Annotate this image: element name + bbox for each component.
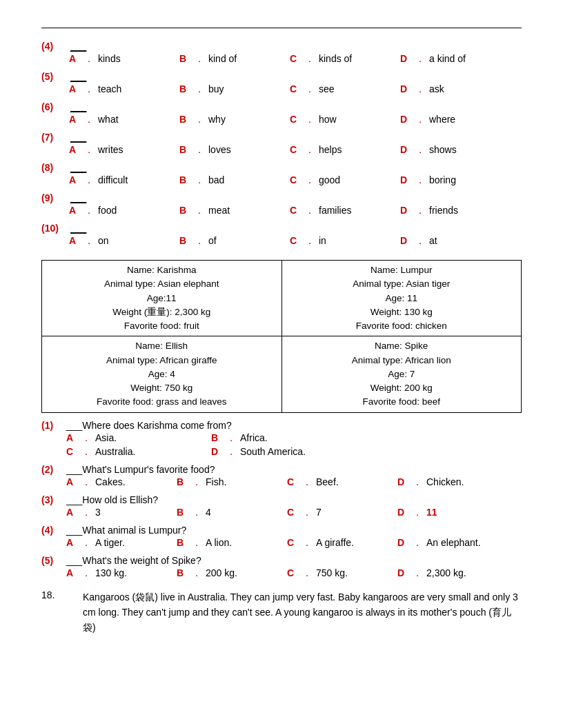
option-8C: C． good — [290, 174, 400, 187]
question-row-5: (5) ___ — [41, 71, 522, 82]
ellish-age: Age: 4 — [148, 369, 175, 379]
option-10B: B． of — [179, 235, 290, 247]
q-blank-6: ___ — [70, 101, 86, 112]
animal-spike: Name: Spike Animal type: African lion Ag… — [282, 336, 522, 412]
read-q-num-4: (4) — [41, 525, 66, 536]
read-opt-text-2B: Fish. — [206, 476, 226, 487]
opt-text-8D: boring — [429, 174, 456, 185]
read-q-3: (3) ___How old is Ellish? — [41, 494, 522, 505]
read-q-2: (2) ___What's Lumpur's favorite food? — [41, 464, 522, 475]
q-blank-5: ___ — [70, 71, 86, 82]
opt-text-7A: writes — [98, 144, 124, 155]
option-7A: A． writes — [69, 144, 179, 156]
opt-text-8A: difficult — [98, 174, 128, 185]
option-8D: D． boring — [400, 174, 511, 187]
q-num-8: (8) — [41, 162, 69, 173]
read-opt-2C: C． Beef. — [287, 476, 397, 489]
karishma-age: Age:11 — [147, 293, 177, 303]
read-options-2: A． Cakes. B． Fish. C． Beef. D． Chicken. — [66, 476, 522, 489]
read-opt-text-5C: 750 kg. — [316, 567, 348, 578]
spike-type: Animal type: African lion — [352, 355, 451, 365]
read-opt-text-2D: Chicken. — [426, 476, 464, 487]
option-4B: B． kind of — [179, 53, 290, 65]
read-opt-1B: B． Africa. — [211, 432, 349, 445]
read-q-text-1: ___Where does Karishma come from? — [66, 420, 232, 431]
option-5B: B． buy — [179, 83, 290, 96]
opt-text-10A: on — [98, 235, 109, 246]
option-5C: C． see — [290, 83, 400, 96]
opt-text-5A: teach — [98, 83, 121, 94]
read-q-num-5: (5) — [41, 555, 66, 566]
q-blank-4: ___ — [70, 41, 86, 52]
read-q-1: (1) ___Where does Karishma come from? — [41, 420, 522, 431]
q-blank-9: ___ — [70, 192, 86, 203]
read-q-text-3: ___How old is Ellish? — [66, 494, 158, 505]
article-section: 18. Kangaroos (袋鼠) live in Australia. Th… — [41, 589, 522, 636]
opt-text-4B: kind of — [208, 53, 237, 64]
reading-section: (1) ___Where does Karishma come from? A．… — [41, 420, 522, 580]
option-4C: C． kinds of — [290, 53, 400, 65]
animal-table: Name: Karishma Animal type: Asian elepha… — [41, 260, 522, 413]
article-number: 18. — [41, 589, 76, 636]
read-opt-1A: A． Asia. — [66, 432, 204, 445]
option-6C: C． how — [290, 114, 400, 126]
option-9B: B． meat — [179, 205, 290, 217]
read-opt-text-5B: 200 kg. — [206, 567, 237, 578]
read-opt-1D: D． South America. — [211, 446, 349, 458]
q-num-10: (10) — [41, 223, 69, 234]
question-row-9: (9) ___ — [41, 192, 522, 203]
question-row-4: (4) ___ — [41, 41, 522, 52]
option-9D: D． friends — [400, 205, 511, 217]
opt-text-7B: loves — [208, 144, 231, 155]
read-opt-text-2C: Beef. — [316, 476, 339, 487]
read-opt-text-1D: South America. — [240, 446, 306, 457]
option-6A: A． what — [69, 114, 179, 126]
option-10C: C． in — [290, 235, 400, 247]
read-q-4: (4) ___What animal is Lumpur? — [41, 525, 522, 536]
options-row-4: A． kinds B． kind of C． kinds of D． a kin… — [69, 53, 522, 65]
options-row-7: A． writes B． loves C． helps D． shows — [69, 144, 522, 156]
question-row-6: (6) ___ — [41, 101, 522, 112]
opt-text-9D: friends — [429, 205, 458, 216]
ellish-name: Name: Ellish — [135, 341, 188, 351]
option-8B: B． bad — [179, 174, 290, 187]
read-opt-text-4C: A giraffe. — [316, 537, 354, 548]
lumpur-weight: Weight: 130 kg — [371, 307, 433, 317]
karishma-type: Animal type: Asian elephant — [104, 279, 219, 289]
opt-text-9A: food — [98, 205, 117, 216]
option-9C: C． families — [290, 205, 400, 217]
option-5D: D． ask — [400, 83, 511, 96]
read-opt-5D: D． 2,300 kg. — [397, 567, 508, 580]
option-6B: B． why — [179, 114, 290, 126]
opt-text-5B: buy — [208, 83, 224, 94]
read-opt-text-4B: A lion. — [206, 537, 232, 548]
options-row-5: A． teach B． buy C． see D． ask — [69, 83, 522, 96]
read-opt-2A: A． Cakes. — [66, 476, 177, 489]
opt-text-5C: see — [319, 83, 335, 94]
read-opt-2D: D． Chicken. — [397, 476, 508, 489]
read-opt-5C: C． 750 kg. — [287, 567, 397, 580]
read-opt-3B: B． 4 — [177, 507, 287, 519]
opt-text-5D: ask — [429, 83, 444, 94]
read-opt-text-1A: Asia. — [95, 432, 117, 443]
spike-name: Name: Spike — [375, 341, 428, 351]
q-num-6: (6) — [41, 101, 69, 112]
karishma-food: Favorite food: fruit — [124, 321, 199, 331]
read-options-5: A． 130 kg. B． 200 kg. C． 750 kg. D． 2,30… — [66, 567, 522, 580]
option-7C: C． helps — [290, 144, 400, 156]
opt-letter-4D: D — [400, 53, 413, 64]
opt-text-4A: kinds — [98, 53, 121, 64]
q-num-4: (4) — [41, 41, 69, 52]
spike-weight: Weight: 200 kg — [371, 383, 433, 393]
read-q-text-5: ___What's the weight of Spike? — [66, 555, 201, 566]
opt-text-7C: helps — [319, 144, 342, 155]
question-row-8: (8) ___ — [41, 162, 522, 173]
read-opt-5B: B． 200 kg. — [177, 567, 287, 580]
opt-text-8B: bad — [208, 174, 224, 185]
option-7D: D． shows — [400, 144, 511, 156]
read-opt-text-3C: 7 — [316, 507, 322, 518]
read-opt-text-3B: 4 — [206, 507, 211, 518]
lumpur-name: Name: Lumpur — [371, 265, 432, 275]
read-opt-4A: A． A tiger. — [66, 537, 177, 549]
animal-lumpur: Name: Lumpur Animal type: Asian tiger Ag… — [282, 261, 522, 336]
